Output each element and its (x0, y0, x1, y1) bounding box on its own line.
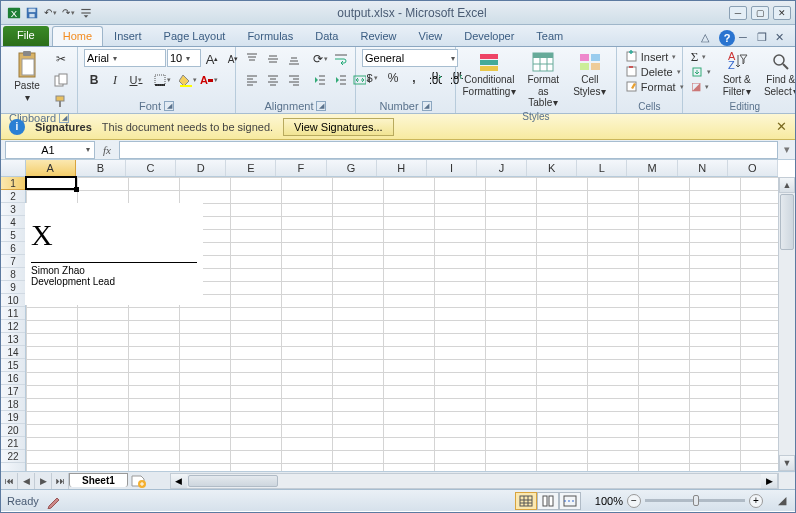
view-page-break-button[interactable] (559, 492, 581, 510)
cell-area[interactable]: X Simon Zhao Development Lead (26, 177, 778, 471)
doc-min-icon[interactable]: ─ (739, 31, 753, 45)
tab-home[interactable]: Home (52, 26, 103, 46)
tab-file[interactable]: File (3, 26, 49, 46)
underline-button[interactable]: U▾ (126, 70, 146, 90)
scroll-left-button[interactable]: ◀ (171, 474, 187, 488)
cut-button[interactable]: ✂ (51, 49, 71, 69)
maximize-button[interactable]: ▢ (751, 6, 769, 20)
minimize-ribbon-icon[interactable]: △ (701, 31, 715, 45)
row-header-21[interactable]: 21 (1, 437, 25, 450)
column-header-H[interactable]: H (377, 160, 427, 176)
row-header-20[interactable]: 20 (1, 424, 25, 437)
insert-cells-button[interactable]: Insert▾ (623, 49, 686, 64)
column-header-M[interactable]: M (627, 160, 677, 176)
column-header-J[interactable]: J (477, 160, 527, 176)
number-launcher[interactable]: ◢ (422, 101, 432, 111)
sheet-nav-next[interactable]: ▶ (35, 473, 52, 489)
border-button[interactable]: ▾ (152, 70, 172, 90)
zoom-in-button[interactable]: + (749, 494, 763, 508)
copy-button[interactable] (51, 70, 71, 90)
signature-pen-icon[interactable] (47, 493, 63, 509)
font-family-combo[interactable]: Arial▾ (84, 49, 166, 67)
paste-button[interactable]: Paste▾ (7, 49, 47, 105)
horizontal-scrollbar[interactable]: ◀ ▶ (170, 473, 778, 489)
scroll-right-button[interactable]: ▶ (761, 474, 777, 488)
column-header-C[interactable]: C (126, 160, 176, 176)
align-right-button[interactable] (284, 70, 304, 90)
font-color-button[interactable]: A▾ (199, 70, 219, 90)
row-header-13[interactable]: 13 (1, 333, 25, 346)
tab-developer[interactable]: Developer (453, 26, 525, 46)
column-header-O[interactable]: O (728, 160, 778, 176)
qa-customize-icon[interactable] (78, 5, 94, 21)
align-center-button[interactable] (263, 70, 283, 90)
delete-cells-button[interactable]: Delete▾ (623, 64, 686, 79)
row-header-12[interactable]: 12 (1, 320, 25, 333)
hscroll-thumb[interactable] (188, 475, 278, 487)
tab-data[interactable]: Data (304, 26, 349, 46)
sort-filter-button[interactable]: AZ Sort &Filter▾ (717, 49, 757, 99)
name-box-dropdown-icon[interactable]: ▾ (86, 145, 90, 154)
cell-styles-button[interactable]: CellStyles▾ (570, 49, 610, 99)
row-header-15[interactable]: 15 (1, 359, 25, 372)
clear-button[interactable]: ◪▾ (689, 79, 713, 94)
find-select-button[interactable]: Find &Select▾ (761, 49, 796, 99)
msgbar-close-button[interactable]: ✕ (776, 119, 787, 134)
row-header-5[interactable]: 5 (1, 229, 25, 242)
fx-icon[interactable]: fx (95, 144, 119, 156)
row-header-2[interactable]: 2 (1, 190, 25, 203)
column-header-E[interactable]: E (226, 160, 276, 176)
font-launcher[interactable]: ◢ (164, 101, 174, 111)
wrap-text-button[interactable] (331, 49, 351, 69)
currency-button[interactable]: $▾ (362, 68, 382, 88)
zoom-out-button[interactable]: − (627, 494, 641, 508)
sheet-nav-first[interactable]: ⏮ (1, 473, 18, 489)
new-sheet-button[interactable] (130, 474, 150, 488)
scroll-up-button[interactable]: ▲ (779, 177, 795, 193)
column-header-B[interactable]: B (76, 160, 126, 176)
row-header-8[interactable]: 8 (1, 268, 25, 281)
paste-dropdown-icon[interactable]: ▾ (25, 92, 30, 103)
zoom-percent[interactable]: 100% (595, 495, 623, 507)
row-header-4[interactable]: 4 (1, 216, 25, 229)
increase-font-button[interactable]: A▴ (202, 49, 222, 69)
split-handle[interactable] (778, 473, 795, 489)
autosum-button[interactable]: Σ▾ (689, 49, 713, 64)
scroll-down-button[interactable]: ▼ (779, 455, 795, 471)
row-header-17[interactable]: 17 (1, 385, 25, 398)
column-header-I[interactable]: I (427, 160, 477, 176)
row-header-14[interactable]: 14 (1, 346, 25, 359)
font-size-combo[interactable]: 10▾ (167, 49, 201, 67)
format-painter-button[interactable] (51, 91, 71, 111)
close-button[interactable]: ✕ (773, 6, 791, 20)
align-bottom-button[interactable] (284, 49, 304, 69)
sheet-nav-last[interactable]: ⏭ (52, 473, 69, 489)
tab-team[interactable]: Team (525, 26, 574, 46)
row-header-19[interactable]: 19 (1, 411, 25, 424)
qa-save-icon[interactable] (24, 5, 40, 21)
format-as-table-button[interactable]: Formatas Table▾ (521, 49, 566, 110)
align-top-button[interactable] (242, 49, 262, 69)
sheet-tab-sheet1[interactable]: Sheet1 (69, 473, 128, 487)
row-header-1[interactable]: 1 (1, 177, 25, 190)
comma-style-button[interactable]: , (404, 68, 424, 88)
row-header-16[interactable]: 16 (1, 372, 25, 385)
view-signatures-button[interactable]: View Signatures... (283, 118, 393, 136)
fill-handle[interactable] (74, 187, 79, 192)
format-cells-button[interactable]: Format▾ (623, 79, 686, 94)
row-header-22[interactable]: 22 (1, 450, 25, 463)
qa-undo-icon[interactable]: ↶▾ (42, 5, 58, 21)
row-header-9[interactable]: 9 (1, 281, 25, 294)
column-header-N[interactable]: N (678, 160, 728, 176)
help-icon[interactable]: ? (719, 30, 735, 46)
tab-insert[interactable]: Insert (103, 26, 153, 46)
vertical-scrollbar[interactable]: ▲ ▼ (778, 177, 795, 471)
row-header-10[interactable]: 10 (1, 294, 25, 307)
column-header-D[interactable]: D (176, 160, 226, 176)
formula-input[interactable] (119, 141, 778, 159)
row-header-7[interactable]: 7 (1, 255, 25, 268)
tab-review[interactable]: Review (349, 26, 407, 46)
fill-button[interactable]: ▾ (689, 64, 713, 79)
column-header-K[interactable]: K (527, 160, 577, 176)
align-middle-button[interactable] (263, 49, 283, 69)
